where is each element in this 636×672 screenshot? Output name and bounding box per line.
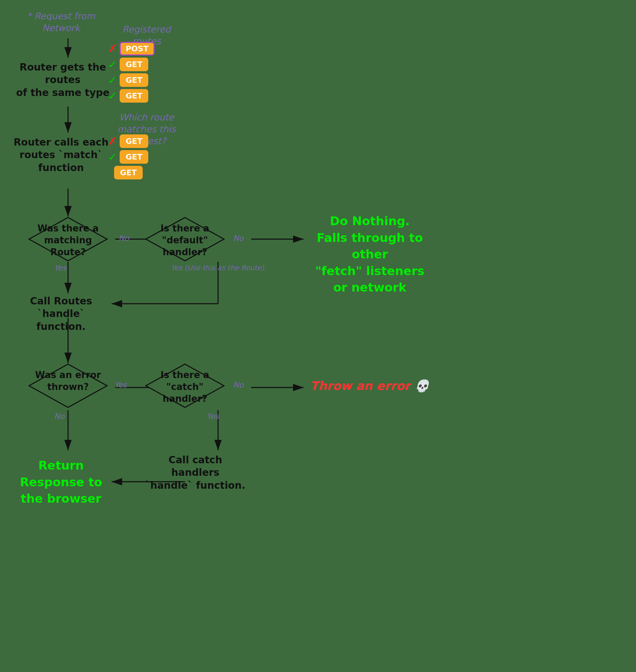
match-cross-icon: ✗	[108, 135, 117, 147]
check-icon-3: ✓	[108, 90, 117, 102]
default-handler-diamond	[145, 216, 225, 262]
catch-handler-diamond	[145, 363, 225, 408]
request-from-network-label: * Request from Network	[17, 10, 105, 34]
do-nothing-label: Do Nothing.Falls through to other"fetch"…	[304, 213, 436, 296]
default-handler-yes-label: Yes (Use this as the Route)	[171, 264, 264, 272]
default-handler-diamond-container: Is there a"default" handler?	[145, 216, 225, 262]
matching-route-no-label: No	[119, 234, 129, 243]
error-thrown-diamond	[28, 363, 108, 408]
match-get-badge-row-3: GET	[114, 166, 143, 179]
matching-route-diamond-container: Was there amatching Route?	[28, 216, 108, 262]
call-routes-handle-label: Call Routes `handle`function.	[10, 295, 112, 333]
match-get-badge-1: GET	[120, 134, 148, 148]
post-badge-row: ✗ POST	[108, 42, 155, 56]
matching-route-yes-label: Yes	[54, 264, 67, 272]
match-get-badge-2: GET	[120, 150, 148, 164]
get-badge-row-2: ✓ GET	[108, 73, 148, 87]
catch-handler-no-label: No	[233, 381, 244, 389]
catch-handler-yes-label: Yes	[207, 412, 219, 421]
error-thrown-yes-label: Yes	[114, 381, 127, 389]
throw-error-label: Throw an error 💀	[304, 379, 436, 393]
default-handler-no-label: No	[233, 234, 244, 243]
check-icon-2: ✓	[108, 74, 117, 86]
get-badge-1: GET	[120, 58, 148, 71]
match-check-icon: ✓	[108, 151, 117, 163]
match-get-badge-row-1: ✗ GET	[108, 134, 148, 148]
return-response-label: Return Response tothe browser	[10, 457, 112, 507]
call-catch-handlers-label: Call catch handlers`handle` function.	[145, 454, 246, 492]
get-badge-3: GET	[120, 89, 148, 103]
svg-marker-15	[29, 217, 107, 261]
error-thrown-diamond-container: Was an errorthrown?	[28, 363, 108, 408]
check-icon-1: ✓	[108, 58, 117, 71]
catch-handler-diamond-container: Is there a"catch" handler?	[145, 363, 225, 408]
error-thrown-no-label: No	[54, 412, 65, 421]
post-badge: POST	[120, 42, 155, 56]
get-badge-row-3: ✓ GET	[108, 89, 148, 103]
match-get-badge-row-2: ✓ GET	[108, 150, 148, 164]
svg-marker-16	[146, 217, 224, 261]
match-get-badge-3: GET	[114, 166, 143, 179]
router-calls-match-label: Router calls eachroutes `match`function	[10, 136, 112, 174]
post-cross-icon: ✗	[108, 43, 117, 55]
matching-route-diamond	[28, 216, 108, 262]
flow-arrows	[0, 0, 636, 672]
get-badge-2: GET	[120, 73, 148, 87]
svg-marker-18	[146, 364, 224, 407]
diagram: * Request from Network Router gets the r…	[0, 0, 636, 672]
get-badge-row-1: ✓ GET	[108, 58, 148, 71]
svg-marker-17	[29, 364, 107, 407]
router-gets-routes-label: Router gets the routesof the same type	[10, 61, 115, 99]
